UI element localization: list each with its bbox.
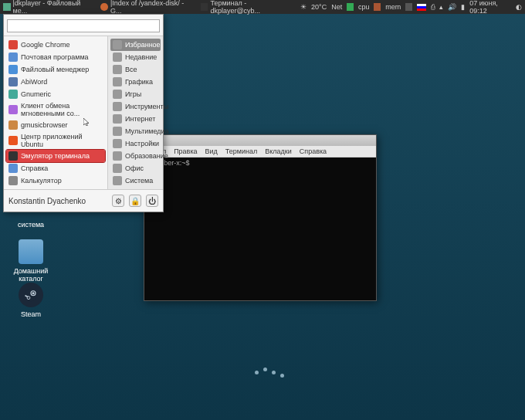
app-item-10[interactable]: Калькулятор	[6, 174, 105, 187]
category-icon	[113, 77, 122, 86]
terminal-menu-edit[interactable]: Правка	[174, 147, 197, 155]
power-button[interactable]: ⏻	[146, 195, 158, 207]
volume-icon[interactable]: 🔊	[448, 3, 456, 11]
category-item-9[interactable]: Образование	[110, 150, 161, 162]
category-icon	[113, 65, 122, 74]
menu-username: Konstantin Dyachenko	[8, 197, 86, 205]
steam-icon	[19, 283, 43, 307]
app-icon	[8, 77, 18, 86]
network-icon[interactable]: ▴	[439, 3, 443, 11]
category-label: Интернет	[125, 115, 155, 123]
menu-search-row	[4, 15, 163, 36]
app-menu: Google ChromeПочтовая программаФайловый …	[3, 14, 164, 212]
app-label: AbiWord	[21, 78, 47, 86]
category-item-5[interactable]: Инструменты	[110, 100, 161, 113]
category-label: Мультимедиа	[125, 127, 169, 135]
weather-text: 20°C	[311, 3, 327, 11]
app-item-4[interactable]: Gnumeric	[6, 88, 105, 100]
terminal-body[interactable]: r@cyber-x:~$	[144, 158, 376, 300]
category-item-8[interactable]: Настройки	[110, 137, 161, 150]
lock-button[interactable]: 🔒	[129, 195, 141, 207]
app-icon	[8, 176, 18, 185]
app-label: gmusicbrowser	[21, 121, 68, 129]
mem-label: mem	[385, 3, 401, 11]
power-icon: ⏻	[148, 197, 156, 205]
category-icon	[113, 176, 122, 185]
home-icon	[3, 3, 11, 11]
app-icon	[8, 120, 18, 130]
terminal-menubar: Файл Правка Вид Терминал Вкладки Справка	[144, 146, 376, 158]
app-icon	[8, 136, 18, 145]
app-item-8[interactable]: Эмулятор терминала	[6, 150, 105, 162]
terminal-window[interactable]: Файл Правка Вид Терминал Вкладки Справка…	[144, 134, 377, 301]
category-label: Графика	[125, 78, 153, 86]
app-icon	[8, 164, 18, 173]
category-item-6[interactable]: Интернет	[110, 113, 161, 125]
category-item-7[interactable]: Мультимедиа	[110, 125, 161, 137]
app-label: Центр приложений Ubuntu	[21, 133, 103, 148]
tray-icon-1[interactable]: ⎙	[431, 3, 435, 11]
app-icon	[8, 151, 18, 161]
desktop-icon-home[interactable]: Домашний каталог	[8, 239, 54, 283]
category-icon	[113, 114, 122, 124]
category-item-0[interactable]: Избранное	[110, 39, 161, 51]
mem-graph-icon	[405, 3, 412, 11]
taskbar-window-3[interactable]: Терминал - dkplayer@cyb...	[201, 0, 294, 15]
category-icon	[113, 139, 122, 148]
category-item-4[interactable]: Игры	[110, 88, 161, 100]
terminal-menu-help[interactable]: Справка	[300, 147, 327, 155]
app-label: Справка	[21, 164, 48, 172]
app-item-0[interactable]: Google Chrome	[6, 39, 105, 51]
cursor-icon	[83, 118, 91, 126]
app-item-2[interactable]: Файловый менеджер	[6, 63, 105, 76]
terminal-menu-tabs[interactable]: Вкладки	[265, 147, 292, 155]
category-label: Инструменты	[125, 103, 168, 110]
category-item-11[interactable]: Система	[110, 174, 161, 187]
category-item-2[interactable]: Все	[110, 63, 161, 76]
terminal-menu-view[interactable]: Вид	[205, 147, 218, 155]
desktop-label-system: система	[8, 221, 54, 229]
settings-button[interactable]: ⚙	[112, 195, 124, 207]
weather-icon: ☀	[300, 3, 307, 11]
app-icon	[8, 90, 18, 99]
category-icon	[113, 102, 122, 111]
loading-indicator	[255, 371, 284, 374]
app-label: Google Chrome	[21, 41, 70, 49]
terminal-titlebar[interactable]	[144, 135, 376, 146]
desktop-icon-steam[interactable]: Steam	[8, 283, 54, 318]
category-item-3[interactable]: Графика	[110, 76, 161, 88]
app-label: Эмулятор терминала	[21, 152, 90, 160]
app-icon	[8, 52, 18, 62]
category-label: Все	[125, 66, 137, 73]
category-icon	[113, 40, 122, 49]
taskbar-window-2[interactable]: |Index of /yandex-disk/ - G...	[100, 0, 193, 15]
taskbar: |dkplayer - Файловый ме... |Index of /ya…	[0, 0, 525, 14]
flag-icon[interactable]	[417, 4, 426, 11]
app-item-5[interactable]: Клиент обмена мгновенными со...	[6, 100, 105, 119]
folder-icon	[19, 239, 43, 264]
category-item-1[interactable]: Недавние	[110, 51, 161, 63]
user-icon[interactable]: ◐	[516, 3, 522, 11]
app-item-9[interactable]: Справка	[6, 162, 105, 174]
battery-icon[interactable]: ▮	[461, 3, 465, 11]
category-icon	[113, 52, 122, 62]
menu-categories-list: ИзбранноеНедавниеВсеГрафикаИгрыИнструмен…	[107, 36, 163, 189]
category-icon	[113, 151, 122, 161]
app-label: Файловый менеджер	[21, 66, 89, 73]
category-item-10[interactable]: Офис	[110, 162, 161, 174]
clock[interactable]: 07 июня, 09:12	[469, 0, 511, 15]
category-icon	[113, 164, 122, 173]
search-input[interactable]	[7, 19, 160, 32]
taskbar-window-1[interactable]: |dkplayer - Файловый ме...	[3, 0, 93, 15]
category-icon	[113, 127, 122, 136]
app-item-1[interactable]: Почтовая программа	[6, 51, 105, 63]
app-item-3[interactable]: AbiWord	[6, 76, 105, 88]
app-item-7[interactable]: Центр приложений Ubuntu	[6, 131, 105, 150]
terminal-menu-terminal[interactable]: Терминал	[225, 147, 257, 155]
category-label: Игры	[125, 90, 141, 98]
taskbar-windows: |dkplayer - Файловый ме... |Index of /ya…	[3, 0, 294, 15]
app-label: Калькулятор	[21, 177, 62, 185]
cpu-label: cpu	[358, 3, 370, 11]
menu-footer: Konstantin Dyachenko ⚙ 🔒 ⏻	[4, 189, 163, 212]
app-icon	[8, 40, 18, 49]
